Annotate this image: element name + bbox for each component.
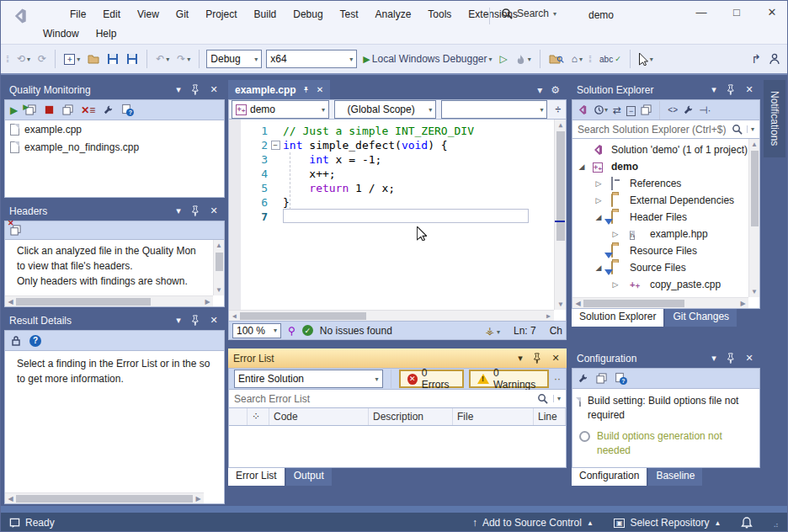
configuration-tab-baseline[interactable]: Baseline: [648, 468, 702, 486]
warnings-filter-button[interactable]: 0 Warnings: [469, 370, 549, 388]
analyzed-file-item[interactable]: example_no_findings.cpp: [5, 138, 224, 156]
code-line-3[interactable]: 3 int x = -1;: [229, 152, 566, 167]
headers-titlebar[interactable]: Headers ▾ ✕: [4, 201, 225, 221]
expander-closed-icon[interactable]: ▷: [611, 280, 620, 289]
column-header-file[interactable]: File: [453, 408, 534, 425]
expander-closed-icon[interactable]: ▷: [611, 230, 620, 238]
select-repository-button[interactable]: ▣ Select Repository ▲: [614, 517, 721, 529]
tree-item-external-dependencies[interactable]: ▷External Dependencies: [572, 192, 759, 209]
window-position-icon[interactable]: ▾: [708, 84, 720, 96]
minimize-button[interactable]: —: [693, 6, 710, 19]
find-in-files-button[interactable]: [547, 49, 566, 69]
close-icon[interactable]: ✕: [208, 315, 220, 327]
save-button[interactable]: [105, 49, 120, 69]
redo-button[interactable]: ↷▾: [175, 49, 192, 69]
tree-item-solution-demo-1-of-1-project-[interactable]: Solution 'demo' (1 of 1 project): [572, 141, 759, 158]
configuration-tab-configuration[interactable]: Configuration: [572, 468, 647, 486]
code-line-1[interactable]: 1// Just a simple INT_ZERO_DIV: [229, 124, 566, 138]
quality-monitoring-titlebar[interactable]: Quality Monitoring ▾ ✕: [4, 80, 225, 99]
switch-views-icon[interactable]: [578, 104, 588, 115]
menu-file[interactable]: File: [61, 7, 94, 22]
zoom-level-dropdown[interactable]: 100 %▾: [232, 323, 281, 338]
expander-closed-icon[interactable]: ▷: [594, 196, 603, 205]
horizontal-scrollbar[interactable]: ◀▶: [5, 295, 213, 306]
code-cleanup-button[interactable]: ⚶ ▾: [485, 325, 500, 337]
expander-open-icon[interactable]: ◢: [594, 263, 603, 272]
menu-build[interactable]: Build: [246, 7, 285, 22]
notifications-bell-button[interactable]: [741, 517, 753, 529]
column-header-blank[interactable]: [229, 408, 248, 425]
properties-window-icon[interactable]: [641, 104, 652, 115]
fold-collapse-icon[interactable]: −: [271, 141, 280, 150]
project-dropdown[interactable]: +₊demo▾: [232, 100, 329, 119]
window-position-icon[interactable]: ▾: [514, 353, 526, 364]
show-all-files-icon[interactable]: <>: [668, 105, 678, 114]
column-header-severity-icon[interactable]: ⁘: [248, 408, 269, 425]
navigate-forward-button[interactable]: ⟳: [36, 49, 48, 69]
start-without-debugging-button[interactable]: ▷: [498, 49, 509, 69]
undo-button[interactable]: ↶▾: [154, 49, 171, 69]
add-to-source-control-button[interactable]: ↑ Add to Source Control ▲: [472, 517, 594, 529]
toolbar-overflow-icon[interactable]: ··: [554, 373, 561, 385]
settings-icon[interactable]: [103, 104, 114, 115]
intellicode-icon[interactable]: ⚲: [288, 325, 296, 337]
close-button[interactable]: ✕: [764, 6, 780, 19]
menu-help[interactable]: Help: [88, 26, 125, 41]
lock-icon[interactable]: [10, 335, 22, 347]
hot-reload-button[interactable]: ▾: [514, 49, 533, 69]
vertical-scrollbar[interactable]: ▲▼: [748, 139, 759, 297]
pin-icon[interactable]: [190, 315, 202, 327]
code-line-2[interactable]: 2−int simple_defect(void) {: [229, 138, 566, 152]
window-position-icon[interactable]: ▾: [708, 353, 720, 364]
maximize-button[interactable]: □: [728, 6, 745, 19]
pending-changes-filter-icon[interactable]: ▾: [594, 104, 608, 115]
close-icon[interactable]: ✕: [208, 205, 220, 217]
editor-vertical-scrollbar[interactable]: ▲ ▼: [554, 120, 566, 310]
pin-icon[interactable]: [532, 353, 544, 364]
menu-git[interactable]: Git: [168, 7, 197, 22]
resize-grip[interactable]: ⣠: [773, 519, 779, 527]
properties-icon[interactable]: [683, 104, 694, 115]
solution-explorer-shortcut-button[interactable]: ⌂▾: [570, 49, 584, 69]
tree-item-example-hpp[interactable]: ▷hexample.hpp: [572, 226, 759, 242]
result-details-titlebar[interactable]: Result Details ▾ ✕: [4, 311, 225, 330]
tree-item-source-files[interactable]: ◢Source Files: [572, 259, 759, 276]
editor-horizontal-scrollbar[interactable]: ◀▶: [229, 310, 554, 321]
close-icon[interactable]: ✕: [550, 353, 562, 364]
errorlist-tab-output[interactable]: Output: [286, 468, 332, 486]
menu-edit[interactable]: Edit: [94, 7, 129, 22]
tree-item-resource-files[interactable]: Resource Files: [572, 242, 759, 259]
expander-open-icon[interactable]: ◢: [578, 162, 586, 171]
solution-platform-dropdown[interactable]: x64▾: [266, 50, 357, 68]
save-all-button[interactable]: [125, 49, 140, 69]
column-header-description[interactable]: Description: [369, 408, 453, 425]
menu-debug[interactable]: Debug: [285, 7, 331, 22]
menu-view[interactable]: View: [129, 7, 168, 22]
clear-headers-icon[interactable]: ✕: [10, 225, 21, 236]
close-icon[interactable]: ✕: [317, 85, 323, 94]
search-options-dropdown-icon[interactable]: ▾: [747, 125, 754, 133]
window-position-icon[interactable]: ▾: [173, 84, 184, 96]
code-line-4[interactable]: 4 x++;: [229, 167, 566, 181]
run-analysis-icon[interactable]: ▶: [10, 104, 18, 116]
window-position-icon[interactable]: ▾: [173, 205, 184, 217]
window-position-icon[interactable]: ▾: [173, 315, 184, 327]
solution-configuration-dropdown[interactable]: Debug▾: [206, 50, 262, 68]
menu-tools[interactable]: Tools: [419, 7, 460, 22]
tree-item-header-files[interactable]: ◢Header Files: [572, 209, 759, 226]
stop-analysis-icon[interactable]: [44, 104, 55, 115]
configuration-item[interactable]: Build options generation not needed: [572, 424, 759, 460]
collapse-all-icon[interactable]: −: [626, 104, 636, 116]
document-tab-example-cpp[interactable]: example.cpp 🖈 ✕: [228, 80, 330, 99]
close-icon[interactable]: ✕: [743, 353, 755, 364]
pin-icon[interactable]: [726, 353, 737, 364]
error-list-titlebar[interactable]: Error List ▾ ✕: [228, 348, 567, 368]
horizontal-scrollbar[interactable]: ◀▶: [572, 297, 748, 308]
feedback-button[interactable]: [767, 49, 782, 69]
solution-explorer-titlebar[interactable]: Solution Explorer ▾ ✕: [572, 80, 760, 99]
close-icon[interactable]: ✕: [208, 84, 220, 96]
column-header-code[interactable]: Code: [269, 408, 369, 425]
code-line-6[interactable]: 6}: [229, 195, 566, 210]
code-editor[interactable]: 1// Just a simple INT_ZERO_DIV2−int simp…: [228, 120, 567, 322]
menu-window[interactable]: Window: [35, 26, 88, 41]
